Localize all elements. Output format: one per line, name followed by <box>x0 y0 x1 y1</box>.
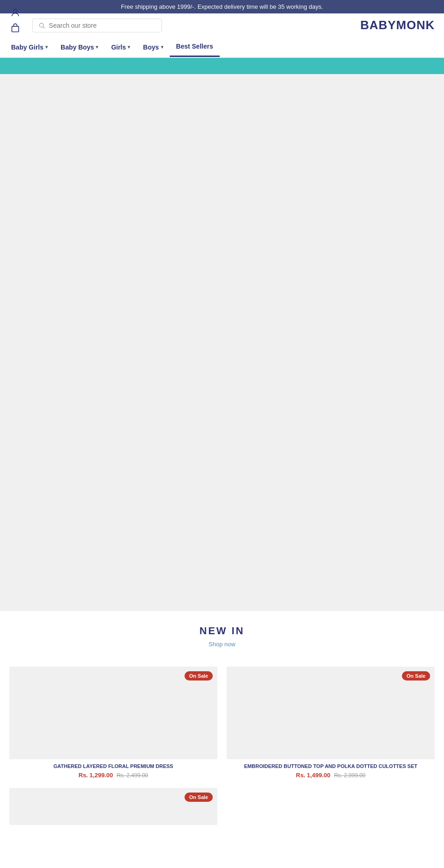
nav-item-boys[interactable]: Boys ▾ <box>136 38 169 56</box>
original-price-2: Rs. 2,999.00 <box>334 772 365 779</box>
user-icon-button[interactable] <box>9 6 21 21</box>
nav-label-baby-girls: Baby Girls <box>11 44 43 51</box>
brand-logo[interactable]: BABYMONK <box>360 18 435 32</box>
sale-price-1: Rs. 1,299.00 <box>79 772 113 779</box>
product-price-row-2: Rs. 1,499.00 Rs. 2,999.00 <box>227 772 435 779</box>
nav-label-girls: Girls <box>111 44 126 51</box>
product-image-1: On Sale <box>9 667 217 759</box>
search-icon <box>38 22 45 29</box>
nav-item-baby-boys[interactable]: Baby Boys ▾ <box>54 38 105 56</box>
chevron-down-icon: ▾ <box>161 44 163 50</box>
new-in-section: NEW IN Shop now <box>0 611 444 657</box>
nav-label-boys: Boys <box>143 44 159 51</box>
original-price-1: Rs. 2,499.00 <box>117 772 148 779</box>
svg-point-0 <box>13 9 17 12</box>
nav-item-best-sellers[interactable]: Best Sellers <box>170 37 220 57</box>
svg-rect-1 <box>12 26 19 31</box>
bag-icon-button[interactable] <box>9 22 21 36</box>
svg-point-2 <box>39 23 43 27</box>
search-input[interactable] <box>49 22 156 29</box>
nav-item-girls[interactable]: Girls ▾ <box>105 38 136 56</box>
product-title-2: EMBROIDERED BUTTONED TOP AND POLKA DOTTE… <box>227 763 435 770</box>
chevron-down-icon: ▾ <box>128 44 130 50</box>
product-card-1[interactable]: On Sale GATHERED LAYERED FLORAL PREMIUM … <box>5 662 222 783</box>
product-image-3: On Sale <box>9 788 217 825</box>
hero-image <box>0 74 444 435</box>
on-sale-badge-1: On Sale <box>185 671 213 681</box>
on-sale-badge-3: On Sale <box>185 793 213 802</box>
hero-section <box>0 58 444 435</box>
shop-now-link[interactable]: Shop now <box>209 641 235 648</box>
svg-line-3 <box>43 26 44 28</box>
product-title-1: GATHERED LAYERED FLORAL PREMIUM DRESS <box>9 763 217 770</box>
navbar: Baby Girls ▾ Baby Boys ▾ Girls ▾ Boys ▾ … <box>0 37 444 58</box>
chevron-down-icon: ▾ <box>45 44 48 50</box>
search-bar[interactable] <box>32 19 162 32</box>
announcement-text: Free shipping above 1999/-. Expected del… <box>121 3 323 10</box>
below-hero-placeholder <box>0 435 444 611</box>
chevron-down-icon: ▾ <box>96 44 98 50</box>
announcement-bar: Free shipping above 1999/-. Expected del… <box>0 0 444 13</box>
nav-label-best-sellers: Best Sellers <box>176 43 213 50</box>
product-grid: On Sale GATHERED LAYERED FLORAL PREMIUM … <box>0 657 444 834</box>
new-in-title: NEW IN <box>9 625 435 637</box>
nav-label-baby-boys: Baby Boys <box>61 44 94 51</box>
product-card-2[interactable]: On Sale EMBROIDERED BUTTONED TOP AND POL… <box>222 662 439 783</box>
on-sale-badge-2: On Sale <box>402 671 430 681</box>
header: 0 BABYMONK <box>0 13 444 37</box>
product-price-row-1: Rs. 1,299.00 Rs. 2,499.00 <box>9 772 217 779</box>
nav-item-baby-girls[interactable]: Baby Girls ▾ <box>5 38 54 56</box>
hero-teal-bar <box>0 58 444 74</box>
product-card-3[interactable]: On Sale <box>5 783 222 830</box>
sale-price-2: Rs. 1,499.00 <box>296 772 330 779</box>
product-image-2: On Sale <box>227 667 435 759</box>
